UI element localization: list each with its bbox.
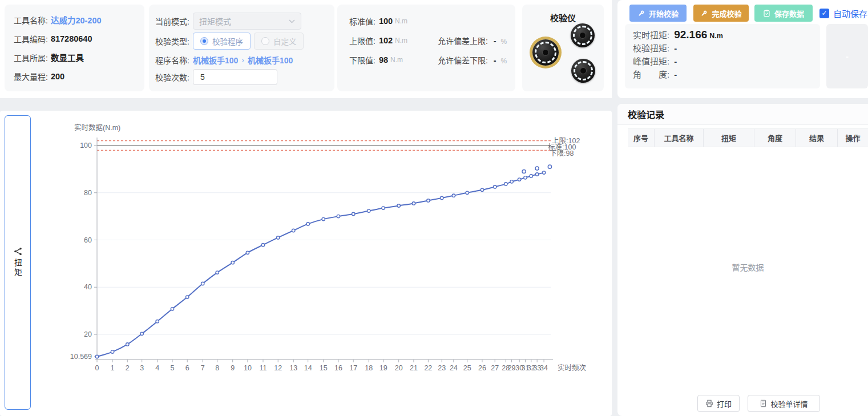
upper-limit-value: 102 <box>379 36 393 45</box>
radio-custom[interactable]: 自定义 <box>254 33 304 50</box>
svg-text:2: 2 <box>126 364 130 372</box>
realtime-torque-label: 实时扭矩: <box>633 29 669 41</box>
program-link-2[interactable]: 机械扳手100 <box>248 54 293 66</box>
check-count-input[interactable] <box>193 69 277 85</box>
start-calibration-label: 开始校验 <box>649 8 679 19</box>
tool-range-label: 最大量程: <box>14 71 48 82</box>
svg-text:27: 27 <box>491 364 499 372</box>
tool-category-label: 工具所属: <box>14 52 48 63</box>
svg-text:3: 3 <box>140 364 144 372</box>
svg-text:12: 12 <box>274 364 282 372</box>
tool-code-row: 工具编码: 817280640 <box>14 29 144 48</box>
records-empty-state: 暂无数据 <box>628 147 868 387</box>
standard-value-label: 标准值: <box>349 15 376 27</box>
printer-icon <box>705 399 713 407</box>
records-table: 序号 工具名称 扭矩 角度 结果 操作 <box>628 128 868 147</box>
tab-torque-label: 扭矩 <box>12 259 23 278</box>
radio-on-icon <box>200 37 208 45</box>
angle-value: - <box>674 70 677 79</box>
check-torque-row: 校验扭矩: - <box>633 42 820 55</box>
lower-limit-label: 下限值: <box>349 54 376 66</box>
dev-lower-wrap: 允许偏差下限: - % <box>438 54 507 66</box>
tool-range-row: 最大量程: 200 <box>14 67 144 86</box>
svg-text:17: 17 <box>349 364 357 372</box>
save-data-button[interactable]: 保存数据 <box>754 5 813 22</box>
records-title: 校验记录 <box>628 107 664 121</box>
print-button[interactable]: 打印 <box>697 395 740 412</box>
autosave-label: 自动保存 <box>833 7 867 19</box>
finish-calibration-button[interactable]: 完成校验 <box>693 5 749 22</box>
check-type-row: 校验类型: 校验程序 自定义 <box>155 33 304 50</box>
svg-text:4: 4 <box>155 364 159 372</box>
calibrator-gauge-selected-icon[interactable] <box>532 39 559 66</box>
col-index: 序号 <box>628 129 655 147</box>
chart-panel: 1008060402010.56901234567891011121314151… <box>0 111 612 416</box>
svg-text:5: 5 <box>170 364 174 372</box>
svg-text:16: 16 <box>334 364 342 372</box>
calibrator-gauge-icon[interactable] <box>571 23 595 47</box>
calibration-detail-button[interactable]: 校验单详情 <box>748 395 820 412</box>
tool-name-row: 工具名称: 达威力20-200 <box>14 10 144 29</box>
program-name-label: 程序名称: <box>155 54 189 66</box>
gauge-hub <box>580 67 587 74</box>
program-name-row: 程序名称: 机械扳手100 › 机械扳手100 <box>155 54 293 66</box>
breadcrumb-separator: › <box>241 55 244 64</box>
standard-value: 100 <box>379 17 393 26</box>
action-button-row: 开始校验 完成校验 保存数据 ✓ 自动保存 <box>629 5 867 22</box>
check-torque-label: 校验扭矩: <box>633 42 669 54</box>
svg-text:10.569: 10.569 <box>70 353 92 361</box>
svg-text:实时数据(N.m): 实时数据(N.m) <box>74 123 120 132</box>
svg-text:0: 0 <box>95 364 99 372</box>
col-torque: 扭矩 <box>704 129 754 147</box>
svg-text:15: 15 <box>320 364 328 372</box>
mode-settings-card: 当前模式: 扭矩模式 校验类型: 校验程序 自定义 <box>149 5 334 91</box>
autosave-checkbox[interactable]: ✓ <box>819 9 829 18</box>
dev-upper-label: 允许偏差上限: <box>438 37 488 46</box>
calibrator-gauge-icon[interactable] <box>571 59 595 83</box>
angle-row: 角 度: - <box>633 68 820 81</box>
radio-check-program[interactable]: 校验程序 <box>193 33 251 50</box>
check-count-row: 校验次数: <box>155 69 277 85</box>
upper-limit-label: 上限值: <box>349 35 376 46</box>
tab-torque[interactable]: 扭矩 <box>5 115 31 410</box>
svg-text:11: 11 <box>259 364 267 372</box>
dev-lower-unit: % <box>501 57 507 65</box>
records-titlebar: 校验记录 <box>617 104 868 125</box>
mode-select-value: 扭矩模式 <box>199 15 231 27</box>
current-mode-row: 当前模式: 扭矩模式 <box>155 13 301 30</box>
svg-text:6: 6 <box>185 364 189 372</box>
secondary-placeholder-card: - <box>826 24 868 88</box>
calibrator-card: 校验仪 <box>522 5 604 91</box>
calibrator-title: 校验仪 <box>522 5 604 23</box>
tool-name-link[interactable]: 达威力20-200 <box>51 14 102 26</box>
svg-text:80: 80 <box>84 189 92 197</box>
tool-code-label: 工具编码: <box>14 33 48 45</box>
radio-off-icon <box>261 37 269 45</box>
mode-select[interactable]: 扭矩模式 <box>193 13 301 30</box>
save-data-label: 保存数据 <box>774 8 804 19</box>
svg-text:24: 24 <box>450 364 458 372</box>
calibration-detail-label: 校验单详情 <box>770 398 808 409</box>
svg-text:10: 10 <box>244 364 252 372</box>
top-info-bar: 工具名称: 达威力20-200 工具编码: 817280640 工具所属: 数显… <box>0 0 612 98</box>
svg-text:13: 13 <box>289 364 297 372</box>
lower-limit-unit: N.m <box>390 56 403 64</box>
col-tool-name: 工具名称 <box>655 129 704 147</box>
live-control-panel: 开始校验 完成校验 保存数据 ✓ 自动保存 实时扭矩: 92.166 N.m <box>617 0 868 98</box>
records-panel: 校验记录 序号 工具名称 扭矩 角度 结果 操作 暂无数据 打印 校验单详情 <box>617 104 868 416</box>
finish-calibration-label: 完成校验 <box>712 8 741 19</box>
gauge-hub <box>579 32 586 39</box>
dev-upper-value: - <box>494 37 496 46</box>
peak-torque-value: - <box>674 56 677 66</box>
start-calibration-button[interactable]: 开始校验 <box>629 5 687 22</box>
svg-text:8: 8 <box>215 364 219 372</box>
svg-text:29: 29 <box>508 364 516 372</box>
program-link-1[interactable]: 机械扳手100 <box>193 54 238 66</box>
check-torque-value: - <box>674 43 677 53</box>
live-torque-card: 实时扭矩: 92.166 N.m 校验扭矩: - 峰值扭矩: - 角 度: - <box>625 24 820 88</box>
svg-text:9: 9 <box>231 364 235 372</box>
dev-upper-wrap: 允许偏差上限: - % <box>438 35 507 46</box>
col-actions: 操作 <box>838 129 868 147</box>
print-label: 打印 <box>717 398 732 409</box>
realtime-torque-value: 92.166 <box>674 29 707 41</box>
